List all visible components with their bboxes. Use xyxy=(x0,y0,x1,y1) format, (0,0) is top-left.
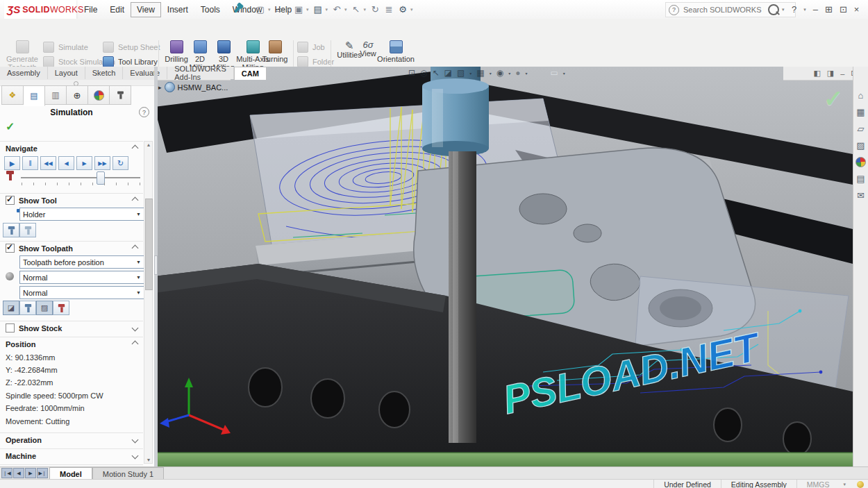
show-toolpath-checkbox[interactable] xyxy=(6,244,15,253)
undo-caret-icon[interactable]: ▾ xyxy=(344,7,347,12)
save-caret-icon[interactable]: ▾ xyxy=(306,7,309,12)
home-icon[interactable]: ⌂ xyxy=(855,90,867,101)
first-tab-button[interactable]: ❘◀ xyxy=(1,468,12,478)
search-caret-icon[interactable]: ▾ xyxy=(782,7,785,12)
appearances-wheel-icon[interactable] xyxy=(855,157,867,167)
toolpath-segment-toggle[interactable]: ◪ xyxy=(3,301,19,315)
viewport-canvas[interactable]: PSLOAD.NET xyxy=(154,67,853,466)
feature-manager-tab[interactable]: ❖ xyxy=(1,85,24,105)
graphics-viewport[interactable]: PSLOAD.NET xyxy=(154,67,853,466)
view-settings-monitor-icon[interactable]: ▭ xyxy=(550,69,558,77)
toolpath-style-dropdown[interactable]: Normal ▼ xyxy=(19,271,144,284)
units-caret-icon[interactable]: ▾ xyxy=(839,482,850,487)
speed-slider-track[interactable] xyxy=(21,177,140,178)
simulate-button[interactable]: Simulate xyxy=(43,41,88,53)
save-icon[interactable]: ▣ xyxy=(292,3,305,16)
loop-button[interactable]: ↻ xyxy=(112,156,128,170)
dimxpert-tab[interactable]: ⊕ xyxy=(67,85,88,105)
cam-tool-tab[interactable] xyxy=(110,85,131,105)
scroll-up-icon[interactable]: ▲ xyxy=(145,142,152,147)
pane-right-icon[interactable]: ◨ xyxy=(827,69,834,78)
position-collapse-icon[interactable] xyxy=(132,341,139,348)
select-caret-icon[interactable]: ▾ xyxy=(364,7,367,12)
restore-button[interactable]: ⊡ xyxy=(840,4,847,15)
panel-splitter[interactable] xyxy=(154,67,158,466)
new-document-icon[interactable]: ▢ xyxy=(254,3,267,16)
step-back-button[interactable]: ◀ xyxy=(58,156,74,170)
search-icon[interactable] xyxy=(768,4,779,15)
configuration-manager-tab[interactable]: ▥ xyxy=(45,85,67,105)
help-search-box[interactable]: ? ▾ xyxy=(665,2,796,17)
close-button[interactable]: × xyxy=(854,4,860,15)
menu-file[interactable]: File xyxy=(78,2,103,17)
section-show-tool[interactable]: Show Tool xyxy=(0,193,143,207)
flyout-feature-tree[interactable]: ▸ HSMW_BAC... xyxy=(158,82,228,92)
tag-icon[interactable] xyxy=(857,481,864,488)
section-machine[interactable]: Machine xyxy=(0,448,143,462)
tool-shaded-toggle[interactable] xyxy=(3,223,19,237)
tab-cam[interactable]: CAM xyxy=(234,67,267,80)
toolpath-mode-dropdown[interactable]: Toolpath before position ▼ xyxy=(19,255,144,269)
menu-tools[interactable]: Tools xyxy=(194,2,226,17)
rebuild-icon[interactable]: ↻ xyxy=(369,3,381,16)
section-show-stock[interactable]: Show Stock xyxy=(0,321,143,335)
file-properties-icon[interactable]: ≣ xyxy=(383,3,395,16)
units-status[interactable]: MMGS xyxy=(796,480,840,488)
show-toolpath-collapse-icon[interactable] xyxy=(132,245,139,252)
view-settings-caret-icon[interactable]: ▾ xyxy=(563,71,565,76)
motion-study-tab[interactable]: Motion Study 1 xyxy=(92,467,164,480)
design-library-icon[interactable]: ▱ xyxy=(855,124,867,134)
tool-style-dropdown[interactable]: Normal ▼ xyxy=(19,286,144,299)
play-button[interactable]: ▶ xyxy=(4,156,20,170)
pane-left-icon[interactable]: ◧ xyxy=(813,69,820,78)
previous-view-icon[interactable]: ↖ xyxy=(433,69,440,77)
view-orientation-caret-icon[interactable]: ▾ xyxy=(469,71,471,76)
tool-translucent-toggle[interactable] xyxy=(19,223,36,237)
section-show-toolpath[interactable]: Show Toolpath xyxy=(0,241,143,255)
show-tool-collapse-icon[interactable] xyxy=(132,197,139,204)
machine-expand-icon[interactable] xyxy=(132,453,139,460)
last-tab-button[interactable]: ▶❘ xyxy=(37,468,48,478)
panel-help-icon[interactable]: ? xyxy=(139,107,149,117)
setup-sheet-button[interactable]: Setup Sheet xyxy=(103,41,160,53)
menu-edit[interactable]: Edit xyxy=(103,2,131,17)
navigate-collapse-icon[interactable] xyxy=(132,145,139,152)
next-tab-button[interactable]: ▶ xyxy=(25,468,36,478)
select-icon[interactable]: ↖ xyxy=(350,3,362,16)
job-button[interactable]: Job xyxy=(297,41,325,53)
forum-icon[interactable]: ✉ xyxy=(855,190,867,201)
new-caret-icon[interactable]: ▾ xyxy=(268,7,271,12)
show-stock-checkbox[interactable] xyxy=(6,323,15,333)
doc-minimize-button[interactable]: – xyxy=(840,69,844,78)
ok-check-button[interactable]: ✓ xyxy=(6,120,15,133)
zoom-area-icon[interactable]: ◎ xyxy=(420,69,427,77)
minimize-button[interactable]: – xyxy=(813,4,818,15)
step-forward-button[interactable]: ▶ xyxy=(76,156,92,170)
operation-expand-icon[interactable] xyxy=(132,437,139,444)
help-button[interactable]: ? xyxy=(792,4,796,15)
scroll-down-icon[interactable]: ▼ xyxy=(145,457,152,462)
hide-show-items-icon[interactable]: ◉ xyxy=(496,69,503,77)
search-input[interactable] xyxy=(682,5,765,15)
property-manager-tab[interactable]: ▤ xyxy=(24,85,45,106)
tool-display-dropdown[interactable]: Holder ▼ xyxy=(19,208,144,221)
tab-evaluate[interactable]: Evaluate xyxy=(123,67,167,79)
maximize-button[interactable]: ⊞ xyxy=(825,4,833,15)
toolpath-point-toggle[interactable] xyxy=(19,301,36,315)
undo-icon[interactable]: ↶ xyxy=(331,3,343,16)
toolpath-opnc-toggle[interactable]: ▨ xyxy=(36,301,53,315)
pause-button[interactable]: ‖ xyxy=(22,156,38,170)
menu-insert[interactable]: Insert xyxy=(161,2,194,17)
tab-layout[interactable]: Layout xyxy=(48,67,85,79)
open-icon[interactable]: ▱ xyxy=(274,3,286,16)
print-caret-icon[interactable]: ▾ xyxy=(326,7,328,12)
open-caret-icon[interactable]: ▾ xyxy=(287,7,290,12)
tab-sketch[interactable]: Sketch xyxy=(85,67,124,79)
splitter-handle[interactable] xyxy=(154,255,158,275)
section-view-icon[interactable]: ◪ xyxy=(444,69,452,77)
panel-scrollbar[interactable]: ▲ ▼ xyxy=(144,141,153,464)
appearances-tab[interactable] xyxy=(88,85,110,105)
go-to-start-button[interactable]: ◀◀ xyxy=(40,156,56,170)
solidworks-resources-icon[interactable]: ▦ xyxy=(855,107,867,117)
scrollbar-thumb[interactable] xyxy=(145,199,153,290)
